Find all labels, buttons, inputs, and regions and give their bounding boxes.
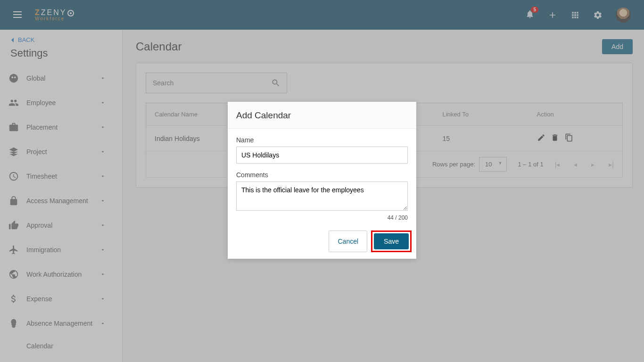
save-highlight: Save (371, 230, 412, 252)
modal-title: Add Calendar (228, 102, 416, 129)
save-button[interactable]: Save (374, 233, 409, 249)
cancel-button[interactable]: Cancel (329, 230, 367, 252)
add-calendar-modal: Add Calendar Name Comments 44 / 200 Canc… (228, 102, 416, 259)
name-label: Name (236, 136, 408, 144)
name-input[interactable] (236, 147, 408, 164)
char-count: 44 / 200 (236, 214, 408, 221)
comments-label: Comments (236, 171, 408, 179)
comments-textarea[interactable] (236, 181, 408, 211)
